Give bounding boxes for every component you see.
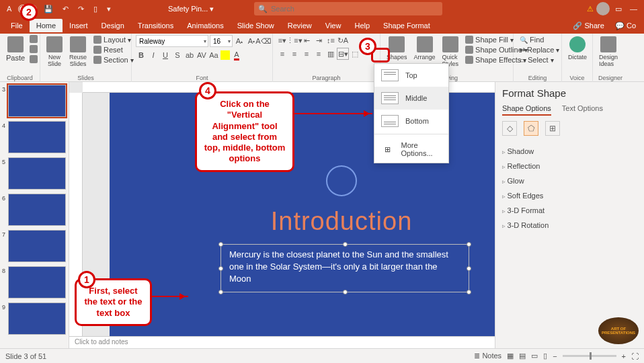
font-size-combo[interactable]: 16 xyxy=(210,35,233,47)
align-middle-option[interactable]: Middle xyxy=(374,87,448,110)
view-reading-icon[interactable]: ▭ xyxy=(531,352,538,360)
thumbnail-slide-9[interactable]: 9 xyxy=(1,302,67,335)
autosave-toggle[interactable]: A xyxy=(4,3,14,14)
tab-animations[interactable]: Animations xyxy=(180,19,230,32)
thumbnail-slide-8[interactable]: 8 xyxy=(1,266,67,298)
shape-options-tab[interactable]: Shape Options xyxy=(502,104,551,116)
format-painter-icon[interactable] xyxy=(30,55,38,63)
slide-title[interactable]: Introduction xyxy=(110,207,495,236)
indent-right-button[interactable]: ⇥ xyxy=(313,35,324,46)
select-button[interactable]: ▭ Select ▾ xyxy=(518,55,561,65)
shadow-button[interactable]: ab xyxy=(184,50,195,61)
format-section-reflection[interactable]: Reflection xyxy=(502,159,637,173)
redo-icon[interactable]: ↷ xyxy=(75,3,87,15)
tab-shape-format[interactable]: Shape Format xyxy=(376,19,437,32)
vertical-align-button[interactable]: ⊟▾ xyxy=(337,48,348,59)
align-right-button[interactable]: ≡ xyxy=(301,48,312,59)
text-direction-button[interactable]: ↻A xyxy=(337,35,348,46)
tab-slideshow[interactable]: Slide Show xyxy=(231,19,281,32)
tab-home[interactable]: Home xyxy=(30,19,63,32)
search-box[interactable]: 🔍 xyxy=(254,2,442,15)
italic-button[interactable]: I xyxy=(148,50,159,61)
indent-left-button[interactable]: ⇤ xyxy=(301,35,312,46)
user-avatar[interactable] xyxy=(596,2,610,15)
slide-thumbnails[interactable]: 3456789 xyxy=(0,82,69,348)
tab-review[interactable]: Review xyxy=(281,19,319,32)
cut-icon[interactable] xyxy=(30,35,38,43)
format-section-shadow[interactable]: Shadow xyxy=(502,144,637,159)
document-name[interactable]: Safety Pin... ▾ xyxy=(168,5,214,13)
reuse-slides-button[interactable]: Reuse Slides xyxy=(67,35,89,69)
tab-view[interactable]: View xyxy=(319,19,348,32)
align-bottom-option[interactable]: Bottom xyxy=(374,110,448,132)
thumbnail-slide-4[interactable]: 4 xyxy=(1,121,67,153)
reset-button[interactable]: Reset xyxy=(91,45,136,54)
format-section-glow[interactable]: Glow xyxy=(502,173,637,188)
view-sorter-icon[interactable]: ▤ xyxy=(519,352,526,360)
layout-button[interactable]: Layout ▾ xyxy=(91,35,136,44)
zoom-slider[interactable] xyxy=(563,355,616,357)
section-button[interactable]: Section ▾ xyxy=(91,55,136,65)
tab-insert[interactable]: Insert xyxy=(63,19,95,32)
textbox-content[interactable]: Mercury is the closest planet to the Sun… xyxy=(221,245,469,290)
arrange-button[interactable]: Arrange xyxy=(412,35,438,62)
design-ideas-button[interactable]: Design Ideas xyxy=(597,35,620,69)
bold-button[interactable]: B xyxy=(136,50,147,61)
share-button[interactable]: 🔗 Share xyxy=(569,19,608,33)
case-button[interactable]: Aa xyxy=(208,50,219,61)
strike-button[interactable]: S xyxy=(172,50,183,61)
thumbnail-slide-5[interactable]: 5 xyxy=(1,157,67,190)
view-slideshow-icon[interactable]: ▯ xyxy=(543,352,547,360)
font-color-button[interactable]: A xyxy=(231,50,242,61)
effects-icon[interactable]: ⬠ xyxy=(524,121,538,136)
search-input[interactable] xyxy=(271,5,438,13)
tab-design[interactable]: Design xyxy=(95,19,131,32)
paste-button[interactable]: Paste xyxy=(4,35,27,63)
notes-bar[interactable]: Click to add notes xyxy=(69,336,495,348)
ribbon-options-icon[interactable]: ▭ xyxy=(612,3,625,15)
thumbnail-slide-3[interactable]: 3 xyxy=(1,85,67,117)
grow-font-icon[interactable]: A▴ xyxy=(234,36,245,46)
notes-toggle[interactable]: ≣ Notes xyxy=(474,352,501,360)
thumbnail-slide-7[interactable]: 7 xyxy=(1,230,67,262)
save-icon[interactable]: 💾 xyxy=(41,3,56,15)
view-normal-icon[interactable]: ▦ xyxy=(507,352,514,360)
find-button[interactable]: 🔍 Find xyxy=(518,35,561,44)
smartart-button[interactable]: ⬚ xyxy=(350,48,360,59)
line-spacing-button[interactable]: ↕≡ xyxy=(325,35,336,46)
zoom-out-button[interactable]: − xyxy=(553,352,557,360)
copy-icon[interactable] xyxy=(30,45,38,53)
align-top-option[interactable]: Top xyxy=(374,64,448,87)
format-section-3-d-format[interactable]: 3-D Format xyxy=(502,203,637,218)
tab-transitions[interactable]: Transitions xyxy=(131,19,180,32)
font-family-combo[interactable]: Raleway xyxy=(136,35,208,47)
highlight-button[interactable] xyxy=(220,50,230,60)
fill-line-icon[interactable]: ◇ xyxy=(502,121,517,136)
underline-button[interactable]: U xyxy=(160,50,171,61)
replace-button[interactable]: ⇄ Replace ▾ xyxy=(518,45,561,54)
columns-button[interactable]: ▥ xyxy=(325,48,336,59)
format-section-3-d-rotation[interactable]: 3-D Rotation xyxy=(502,218,637,233)
zoom-in-button[interactable]: + xyxy=(622,352,626,360)
fit-window-button[interactable]: ⛶ xyxy=(631,352,639,360)
undo-icon[interactable]: ↶ xyxy=(60,3,71,15)
text-options-tab[interactable]: Text Options xyxy=(562,104,603,116)
tab-help[interactable]: Help xyxy=(348,19,376,32)
warning-icon[interactable]: ⚠ xyxy=(587,5,594,13)
align-more-options[interactable]: ⊞More Options... xyxy=(374,136,448,163)
format-section-soft-edges[interactable]: Soft Edges xyxy=(502,188,637,203)
size-props-icon[interactable]: ⊞ xyxy=(545,121,560,136)
minimize-icon[interactable]: — xyxy=(627,3,640,14)
comments-button[interactable]: 💬 Co xyxy=(611,19,640,33)
selected-textbox[interactable]: Mercury is the closest planet to the Sun… xyxy=(220,244,469,292)
justify-button[interactable]: ≡ xyxy=(313,48,324,59)
present-icon[interactable]: ▯ xyxy=(91,3,100,15)
tab-file[interactable]: File xyxy=(4,19,30,32)
align-left-button[interactable]: ≡ xyxy=(277,48,288,59)
numbering-button[interactable]: ⋮≡▾ xyxy=(289,35,300,46)
thumbnail-slide-6[interactable]: 6 xyxy=(1,194,67,226)
dictate-button[interactable]: Dictate xyxy=(566,35,589,62)
spacing-button[interactable]: AV xyxy=(196,50,207,61)
new-slide-button[interactable]: New Slide xyxy=(44,35,65,69)
clear-format-icon[interactable]: A⌫ xyxy=(258,36,269,46)
